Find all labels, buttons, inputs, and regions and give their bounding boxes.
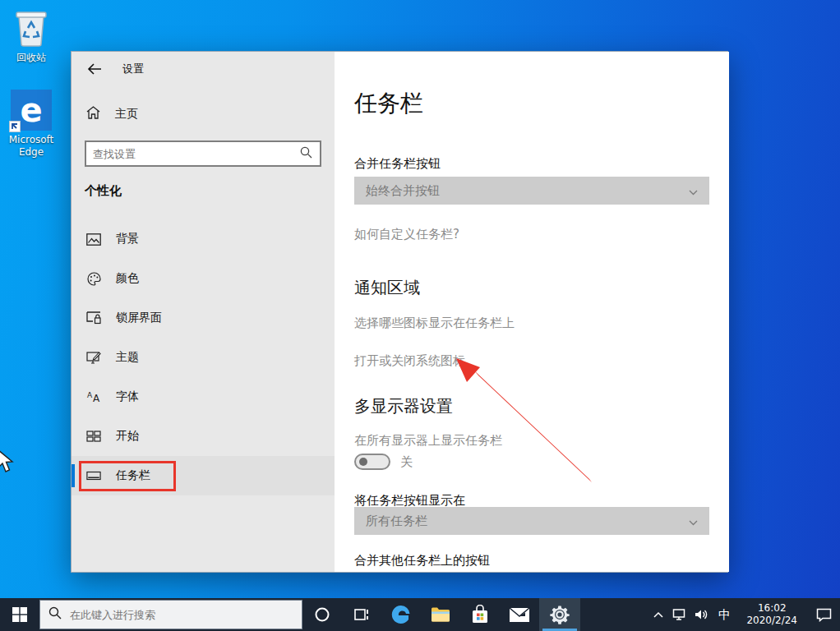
sidebar-item-home[interactable]: 主页 — [86, 106, 138, 122]
sidebar-nav: 背景 颜色 锁屏界面 主题 — [72, 219, 335, 495]
tray-network-icon[interactable] — [669, 598, 690, 631]
system-tray: 中 16:02 2020/2/24 — [648, 598, 840, 631]
lock-screen-icon — [86, 311, 101, 325]
tray-volume-icon[interactable] — [690, 598, 712, 631]
task-view-button[interactable] — [342, 598, 381, 631]
desktop-icon-recycle-bin[interactable]: 回收站 — [0, 7, 62, 64]
desktop: 回收站 e Microsoft Edge 设置 — [0, 0, 840, 631]
svg-text:A: A — [93, 393, 100, 403]
multi-display-heading: 多显示器设置 — [354, 395, 453, 417]
taskbar-search-input[interactable] — [70, 609, 293, 621]
customize-taskbar-link[interactable]: 如何自定义任务栏? — [354, 227, 459, 242]
sidebar-item-colors[interactable]: 颜色 — [72, 259, 335, 298]
cortana-button[interactable] — [302, 598, 342, 631]
chevron-down-icon — [689, 183, 698, 199]
combine-buttons-label: 合并任务栏按钮 — [354, 156, 441, 172]
sidebar-section-personalization: 个性化 — [85, 183, 122, 199]
sidebar-item-start[interactable]: 开始 — [72, 417, 335, 456]
sidebar-item-background[interactable]: 背景 — [72, 219, 335, 259]
search-icon — [48, 606, 62, 623]
tray-date: 2020/2/24 — [746, 615, 797, 627]
themes-icon — [86, 350, 101, 365]
shortcut-arrow-icon — [9, 121, 21, 132]
desktop-icon-microsoft-edge[interactable]: e Microsoft Edge — [0, 89, 62, 159]
edge-taskbar-icon[interactable] — [381, 598, 421, 631]
chevron-down-icon — [689, 514, 698, 529]
sidebar-item-themes[interactable]: 主题 — [72, 338, 335, 377]
desktop-icon-label: Microsoft Edge — [0, 134, 62, 159]
recycle-bin-icon — [0, 7, 62, 49]
fonts-icon: AA — [86, 389, 101, 404]
search-icon[interactable] — [300, 146, 312, 162]
taskbar-search-box[interactable] — [39, 600, 302, 629]
tray-ime-indicator[interactable]: 中 — [712, 607, 736, 623]
sidebar-item-taskbar[interactable]: 任务栏 — [72, 456, 335, 495]
tray-time: 16:02 — [746, 602, 797, 615]
taskbar-icon — [86, 468, 101, 483]
start-button[interactable] — [0, 598, 39, 631]
select-icons-link[interactable]: 选择哪些图标显示在任务栏上 — [354, 316, 515, 331]
store-icon[interactable] — [460, 598, 500, 631]
mail-icon[interactable] — [500, 598, 539, 631]
show-on-all-displays-label: 在所有显示器上显示任务栏 — [354, 433, 502, 449]
desktop-icon-label: 回收站 — [0, 52, 62, 64]
edge-tile-icon: e — [11, 90, 52, 131]
toggle-off[interactable] — [354, 454, 390, 470]
background-picture-icon — [86, 232, 101, 246]
system-icons-link[interactable]: 打开或关闭系统图标 — [354, 353, 465, 369]
colors-palette-icon — [86, 271, 101, 286]
combine-buttons-dropdown[interactable]: 始终合并按钮 — [354, 177, 709, 205]
svg-text:A: A — [87, 391, 93, 399]
sidebar-home-label: 主页 — [115, 107, 138, 122]
settings-window: 设置 主页 个性化 — [71, 51, 728, 573]
settings-taskbar-icon[interactable] — [539, 598, 580, 631]
back-button[interactable] — [81, 58, 108, 80]
home-icon — [86, 106, 100, 122]
mouse-cursor — [0, 449, 17, 478]
tray-clock[interactable]: 16:02 2020/2/24 — [736, 602, 807, 627]
toggle-state-label: 关 — [400, 454, 413, 470]
show-buttons-on-dropdown[interactable]: 所有任务栏 — [354, 507, 709, 535]
taskbar: 中 16:02 2020/2/24 — [0, 598, 840, 631]
start-layout-icon — [86, 429, 101, 444]
sidebar-item-lock-screen[interactable]: 锁屏界面 — [72, 298, 335, 338]
show-on-all-displays-toggle-row: 关 — [354, 454, 413, 470]
action-center-icon[interactable] — [807, 598, 840, 631]
notification-area-heading: 通知区域 — [354, 277, 420, 299]
page-title: 任务栏 — [354, 88, 423, 119]
tray-chevron-up-icon[interactable] — [648, 598, 669, 631]
window-title: 设置 — [122, 62, 144, 76]
settings-content: 任务栏 合并任务栏按钮 始终合并按钮 如何自定义任务栏? 通知区域 选择哪些图标… — [335, 52, 729, 572]
settings-search-input[interactable] — [86, 148, 300, 160]
combine-other-label: 合并其他任务栏上的按钮 — [354, 553, 490, 569]
file-explorer-icon[interactable] — [421, 598, 460, 631]
settings-search-box[interactable] — [85, 140, 321, 167]
sidebar-item-fonts[interactable]: AA 字体 — [72, 377, 335, 417]
